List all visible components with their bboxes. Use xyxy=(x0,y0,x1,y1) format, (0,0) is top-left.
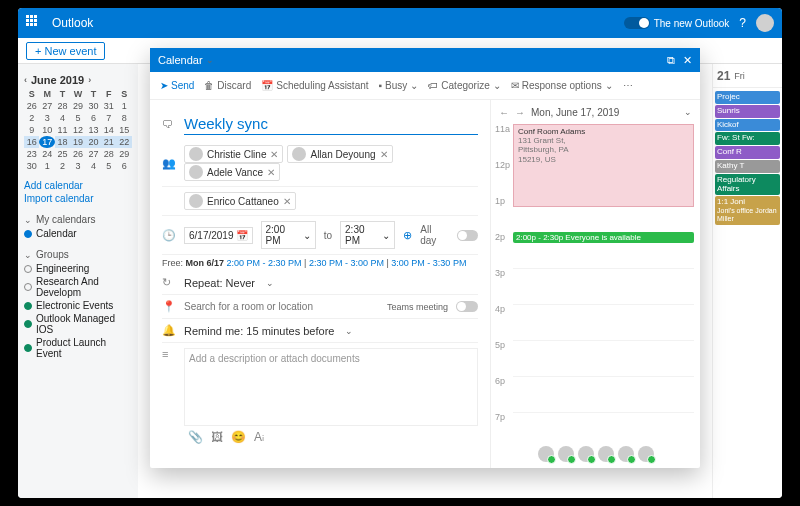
response-options-dropdown[interactable]: ✉ Response options ⌄ xyxy=(511,80,613,91)
title-icon: 🗨 xyxy=(162,118,176,130)
reminder-dropdown[interactable]: Remind me: 15 minutes before xyxy=(184,325,334,337)
close-icon[interactable]: ✕ xyxy=(683,54,692,67)
free-slot[interactable]: 2:00 PM - 2:30 PM xyxy=(227,258,302,268)
month-next-icon[interactable]: › xyxy=(88,75,91,85)
remove-chip-icon[interactable]: ✕ xyxy=(267,167,275,178)
format-icon[interactable]: Aᵢ xyxy=(254,430,264,444)
available-slot[interactable]: 2:00p - 2:30p Everyone is available xyxy=(513,232,694,243)
preview-collapse-icon[interactable]: ⌄ xyxy=(684,107,692,117)
attendee-chip[interactable]: Enrico Cattaneo✕ xyxy=(184,192,296,210)
busy-block: Conf Room Adams131 Grant St,Pittsburgh, … xyxy=(513,124,694,207)
calendar-item[interactable]: Calendar xyxy=(24,228,132,239)
mycalendars-header[interactable]: My calendars xyxy=(36,214,95,225)
location-input[interactable] xyxy=(184,301,379,312)
description-icon: ≡ xyxy=(162,348,176,360)
teams-toggle[interactable] xyxy=(456,301,478,312)
modal-title: Calendar xyxy=(158,54,203,66)
day-number: 21 xyxy=(717,69,730,83)
add-calendar-link[interactable]: Add calendar xyxy=(24,180,132,191)
categorize-dropdown[interactable]: 🏷 Categorize ⌄ xyxy=(428,80,500,91)
description-input[interactable]: Add a description or attach documents xyxy=(184,348,478,426)
attach-icon[interactable]: 📎 xyxy=(188,430,203,444)
event-compose-modal: Calendar ⌄ ⧉ ✕ ➤ Send 🗑 Discard 📅 Schedu… xyxy=(150,48,700,468)
remove-chip-icon[interactable]: ✕ xyxy=(283,196,291,207)
image-icon[interactable]: 🖼 xyxy=(211,430,223,444)
app-launcher-icon[interactable] xyxy=(26,15,42,31)
new-outlook-label: The new Outlook xyxy=(654,18,730,29)
location-icon: 📍 xyxy=(162,300,176,313)
more-button[interactable]: ⋯ xyxy=(623,80,633,91)
emoji-icon[interactable]: 😊 xyxy=(231,430,246,444)
sidebar: ‹June 2019› SMTWTFS 26272829303112345678… xyxy=(18,64,138,498)
new-event-button[interactable]: + New event xyxy=(26,42,105,60)
send-button[interactable]: ➤ Send xyxy=(160,80,194,91)
calendar-item[interactable]: Product Launch Event xyxy=(24,337,132,359)
date-picker[interactable]: 6/17/2019 📅 xyxy=(184,227,253,244)
remove-chip-icon[interactable]: ✕ xyxy=(270,149,278,160)
mini-month-label: June 2019 xyxy=(31,74,84,86)
next-day-icon[interactable]: → xyxy=(515,107,525,118)
free-slot[interactable]: 3:00 PM - 3:30 PM xyxy=(391,258,466,268)
calendar-item[interactable]: Electronic Events xyxy=(24,300,132,311)
remove-chip-icon[interactable]: ✕ xyxy=(380,149,388,160)
start-time-picker[interactable]: 2:00 PM ⌄ xyxy=(261,221,316,249)
attendee-chip[interactable]: Christie Cline✕ xyxy=(184,145,283,163)
discard-button[interactable]: 🗑 Discard xyxy=(204,80,251,91)
repeat-dropdown[interactable]: Repeat: Never xyxy=(184,277,255,289)
day-of-week: Fri xyxy=(734,71,745,81)
popout-icon[interactable]: ⧉ xyxy=(667,54,675,67)
import-calendar-link[interactable]: Import calendar xyxy=(24,193,132,204)
optional-attendees-field[interactable]: Enrico Cattaneo✕ xyxy=(184,192,478,210)
profile-avatar[interactable] xyxy=(756,14,774,32)
reminder-icon: 🔔 xyxy=(162,324,176,337)
attendee-chip[interactable]: Adele Vance✕ xyxy=(184,163,280,181)
app-name: Outlook xyxy=(52,16,93,30)
end-time-picker[interactable]: 2:30 PM ⌄ xyxy=(340,221,395,249)
event-title-input[interactable] xyxy=(184,113,478,135)
free-slot[interactable]: 2:30 PM - 3:00 PM xyxy=(309,258,384,268)
clock-icon: 🕒 xyxy=(162,229,176,242)
allday-toggle[interactable] xyxy=(457,230,478,241)
preview-date: Mon, June 17, 2019 xyxy=(531,107,619,118)
new-outlook-toggle[interactable] xyxy=(624,17,650,29)
attendee-chip[interactable]: Allan Deyoung✕ xyxy=(287,145,392,163)
prev-day-icon[interactable]: ← xyxy=(499,107,509,118)
groups-header[interactable]: Groups xyxy=(36,249,69,260)
month-prev-icon[interactable]: ‹ xyxy=(24,75,27,85)
repeat-icon: ↻ xyxy=(162,276,176,289)
calendar-item[interactable]: Engineering xyxy=(24,263,132,274)
calendar-item[interactable]: Research And Developm xyxy=(24,276,132,298)
help-icon[interactable]: ? xyxy=(739,16,746,30)
busy-dropdown[interactable]: ▪ Busy ⌄ xyxy=(379,80,419,91)
people-icon: 👥 xyxy=(162,157,176,170)
scheduling-assistant-button[interactable]: 📅 Scheduling Assistant xyxy=(261,80,368,91)
mini-calendar[interactable]: SMTWTFS 26272829303112345678910111213141… xyxy=(24,88,132,172)
free-times: Free: Mon 6/17 2:00 PM - 2:30 PM | 2:30 … xyxy=(162,255,478,271)
calendar-item[interactable]: Outlook Managed IOS xyxy=(24,313,132,335)
attendee-avatars xyxy=(491,440,700,468)
attendees-field[interactable]: Christie Cline✕Allan Deyoung✕Adele Vance… xyxy=(184,145,478,181)
